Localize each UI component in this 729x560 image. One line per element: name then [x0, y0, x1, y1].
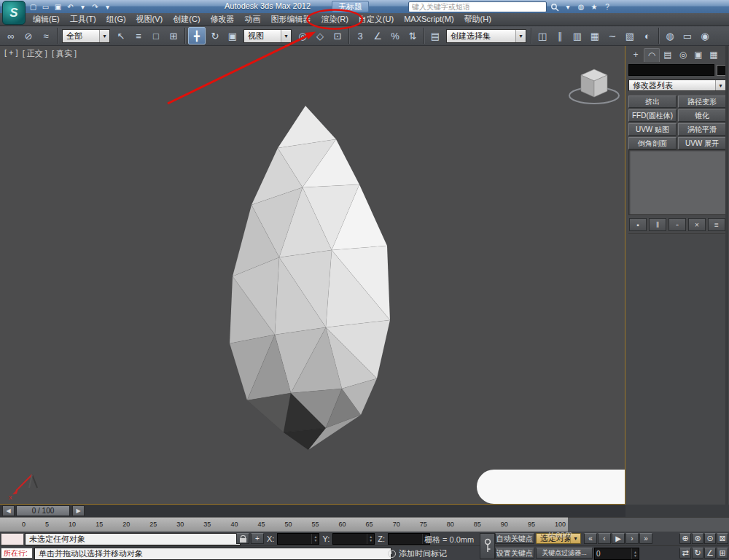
- snap-toggle-3d-icon[interactable]: 3: [352, 28, 368, 44]
- modifier-stack-list[interactable]: [628, 149, 728, 215]
- go-to-end-button[interactable]: »: [639, 533, 652, 544]
- next-frame-arrow[interactable]: ▶: [72, 505, 85, 516]
- material-editor-icon[interactable]: ◐: [639, 28, 655, 44]
- search-input[interactable]: [408, 1, 547, 12]
- viewport-pov-label[interactable]: [ + ]: [4, 48, 18, 59]
- maxscript-mini-listener-top[interactable]: [1, 533, 24, 545]
- open-file-icon[interactable]: ▭: [40, 1, 51, 12]
- set-key-mode-key-icon[interactable]: [480, 533, 495, 559]
- select-by-name-icon[interactable]: ≡: [130, 28, 147, 44]
- edit-named-selection-sets-icon[interactable]: ▤: [427, 28, 443, 44]
- track-bar-ruler[interactable]: 0510152025303540455055606570758085909510…: [0, 517, 568, 532]
- save-file-icon[interactable]: ▣: [52, 1, 63, 12]
- reference-coordinate-dropdown[interactable]: 视图▾: [243, 29, 292, 43]
- undo-icon[interactable]: ↶: [65, 1, 76, 12]
- app-logo[interactable]: S: [2, 1, 26, 25]
- configure-modifier-sets-icon[interactable]: ≡: [708, 218, 725, 231]
- unlink-selection-icon[interactable]: ⊘: [20, 28, 36, 44]
- curve-editor-icon[interactable]: ∼: [604, 28, 620, 44]
- pan-icon[interactable]: ⇄: [679, 548, 691, 559]
- select-and-manipulate-icon[interactable]: ◇: [312, 28, 328, 44]
- tab-hierarchy[interactable]: ▤: [660, 48, 675, 61]
- select-and-scale-icon[interactable]: ▣: [225, 28, 241, 44]
- undo-dropdown-icon[interactable]: ▾: [77, 1, 88, 12]
- x-field[interactable]: [278, 534, 311, 544]
- go-to-start-button[interactable]: «: [584, 533, 597, 544]
- select-and-rotate-icon[interactable]: ↻: [207, 28, 223, 44]
- show-end-result-icon[interactable]: ‖: [649, 218, 666, 231]
- current-frame-field[interactable]: [595, 548, 631, 559]
- modifier-turbosmooth-button[interactable]: 涡轮平滑: [678, 123, 726, 136]
- rectangular-selection-icon[interactable]: □: [148, 28, 164, 44]
- selection-lock-icon[interactable]: [236, 533, 249, 544]
- maximize-viewport-icon[interactable]: ⊞: [717, 548, 728, 559]
- remove-modifier-icon[interactable]: ×: [688, 218, 706, 231]
- modifier-bevel-profile-button[interactable]: 倒角剖面: [628, 137, 677, 149]
- zoom-all-icon[interactable]: ⊛: [692, 533, 703, 544]
- percent-snap-icon[interactable]: %: [387, 28, 403, 44]
- graphite-ribbon-icon[interactable]: ▦: [587, 28, 603, 44]
- spinner-snap-icon[interactable]: ⇅: [405, 28, 421, 44]
- bind-to-space-warp-icon[interactable]: ≈: [38, 28, 54, 44]
- menu-animation[interactable]: 动画: [240, 13, 266, 26]
- make-unique-icon[interactable]: ▫: [668, 218, 686, 231]
- window-crossing-icon[interactable]: ⊞: [165, 28, 182, 44]
- time-slider-handle[interactable]: 0 / 100: [16, 505, 70, 516]
- tab-modify[interactable]: ◠: [644, 48, 660, 62]
- rendered-frame-window-icon[interactable]: ▭: [679, 28, 695, 44]
- menu-create[interactable]: 创建(C): [168, 13, 205, 26]
- viewport-view-label[interactable]: [ 正交 ]: [23, 48, 47, 59]
- menu-modifiers[interactable]: 修改器: [206, 13, 240, 26]
- menu-customize[interactable]: 自定义(U): [354, 13, 399, 26]
- menu-views[interactable]: 视图(V): [131, 13, 168, 26]
- previous-frame-button[interactable]: ‹: [598, 533, 611, 544]
- tab-utilities[interactable]: ▦: [706, 48, 721, 61]
- next-frame-button[interactable]: ›: [625, 533, 639, 544]
- select-and-link-icon[interactable]: ∞: [3, 28, 19, 44]
- modifier-path-deform-button[interactable]: 路径变形: [678, 96, 726, 108]
- help-icon[interactable]: ?: [602, 2, 612, 12]
- align-icon[interactable]: ∥: [552, 28, 568, 44]
- field-of-view-icon[interactable]: ∠: [704, 548, 716, 559]
- menu-group[interactable]: 组(G): [101, 13, 131, 26]
- menu-help[interactable]: 帮助(H): [459, 13, 496, 26]
- selection-filter-dropdown[interactable]: 全部▾: [62, 29, 110, 43]
- modifier-taper-button[interactable]: 锥化: [678, 109, 726, 122]
- maxscript-mini-listener-label[interactable]: 所在行:: [1, 548, 33, 559]
- render-setup-icon[interactable]: ◍: [662, 28, 678, 44]
- tab-create[interactable]: +: [628, 48, 643, 61]
- key-filters-button[interactable]: 关键点过滤器...: [536, 548, 593, 559]
- z-field[interactable]: [389, 534, 422, 544]
- redo-icon[interactable]: ↷: [90, 1, 101, 12]
- menu-maxscript[interactable]: MAXScript(M): [399, 13, 459, 26]
- angle-snap-icon[interactable]: ∠: [370, 28, 386, 44]
- x-spinner[interactable]: ▲▼: [311, 534, 319, 544]
- search-icon[interactable]: [549, 2, 561, 12]
- select-and-move-icon[interactable]: ╋: [188, 27, 206, 44]
- time-slider-track[interactable]: ◀ 0 / 100 ▶: [0, 505, 625, 518]
- use-pivot-center-icon[interactable]: ◎: [295, 28, 311, 44]
- modifier-uvw-map-button[interactable]: UVW 贴图: [628, 123, 677, 136]
- favorites-icon[interactable]: ★: [589, 2, 599, 12]
- schematic-view-icon[interactable]: ▧: [622, 28, 638, 44]
- menu-graph-editors[interactable]: 图形编辑器: [266, 13, 316, 26]
- set-key-button[interactable]: 设置关键点: [495, 548, 534, 559]
- zoom-icon[interactable]: ⊕: [679, 533, 691, 544]
- auto-key-button[interactable]: 自动关键点: [495, 533, 534, 544]
- modifier-unwrap-uvw-button[interactable]: UVW 展开: [678, 137, 726, 149]
- frame-spinner[interactable]: ▲▼: [631, 548, 639, 559]
- communication-center-icon[interactable]: ◍: [576, 2, 586, 12]
- menu-edit[interactable]: 编辑(E): [28, 13, 65, 26]
- modifier-ffd-cylinder-button[interactable]: FFD(圆柱体): [628, 109, 677, 122]
- y-field[interactable]: [333, 534, 367, 544]
- pin-stack-icon[interactable]: ▪: [629, 218, 647, 231]
- absolute-mode-icon[interactable]: +: [251, 533, 264, 544]
- zoom-extents-all-icon[interactable]: ⊠: [717, 533, 728, 544]
- render-production-icon[interactable]: ◉: [697, 28, 713, 44]
- menu-rendering[interactable]: 渲染(R): [316, 13, 354, 26]
- modifier-extrude-button[interactable]: 挤出: [628, 96, 677, 108]
- modifier-list-dropdown[interactable]: 修改器列表 ▾: [628, 79, 726, 91]
- add-time-tag[interactable]: 添加时间标记: [388, 548, 447, 559]
- play-button[interactable]: ▶: [612, 533, 625, 544]
- previous-frame-arrow[interactable]: ◀: [2, 505, 15, 516]
